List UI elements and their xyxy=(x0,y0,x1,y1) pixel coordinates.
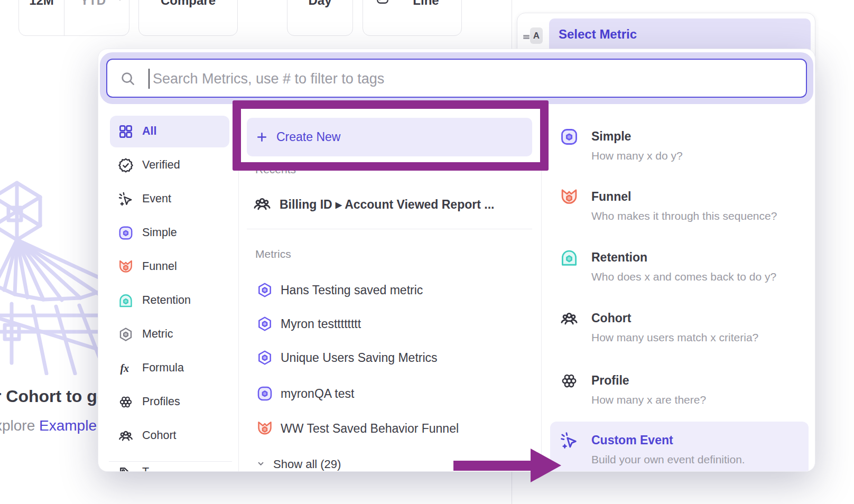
option-cohort-desc: How many users match x criteria? xyxy=(591,331,758,344)
day-label: Day xyxy=(287,0,352,8)
retention-icon xyxy=(560,248,579,267)
verified-badge-icon xyxy=(118,157,134,173)
metric-item[interactable]: myronQA test xyxy=(281,387,354,401)
cohort-people-icon xyxy=(560,309,579,328)
search-placeholder: Search Metrics, use # to filter to tags xyxy=(153,71,384,87)
event-cursor-icon xyxy=(118,191,134,207)
svg-text:fx: fx xyxy=(120,362,129,375)
empty-state-text: r Cohort to ge xplore Example R xyxy=(0,386,98,438)
sidebar-item-formula[interactable]: Formula xyxy=(142,361,184,375)
sidebar-item-retention[interactable]: Retention xyxy=(142,294,191,307)
option-custom-event[interactable]: Custom Event xyxy=(591,433,673,447)
metric-row-badge: A xyxy=(530,27,543,44)
date-range-control: 12M YTD xyxy=(18,0,129,36)
option-simple[interactable]: Simple xyxy=(591,129,631,144)
compare-button[interactable]: Compare xyxy=(138,0,238,36)
search-icon xyxy=(120,71,136,87)
formula-icon: fx xyxy=(118,360,134,376)
option-custom-event-desc: Build your own event definition. xyxy=(591,453,745,466)
option-simple-desc: How many x do y? xyxy=(591,150,683,162)
metric-item[interactable]: Unique Users Saving Metrics xyxy=(281,351,438,365)
cohort-people-icon xyxy=(118,428,134,444)
cohort-people-icon xyxy=(253,194,272,213)
sidebar-item-event[interactable]: Event xyxy=(142,192,171,206)
select-metric-label: Select Metric xyxy=(559,27,637,41)
sidebar-item-cohort[interactable]: Cohort xyxy=(142,429,177,442)
option-funnel-desc: Who makes it through this sequence? xyxy=(591,210,777,222)
compare-label: Compare xyxy=(139,0,237,8)
option-retention[interactable]: Retention xyxy=(591,250,647,265)
option-profile[interactable]: Profile xyxy=(591,374,629,388)
range-ytd-button[interactable]: YTD xyxy=(69,0,117,8)
profiles-cluster-icon xyxy=(560,371,579,390)
chevron-down-icon xyxy=(255,458,266,469)
sidebar-item-partial[interactable]: T xyxy=(142,465,149,472)
metric-item[interactable]: Myron testttttttt xyxy=(281,317,361,331)
simple-icon xyxy=(560,127,579,146)
option-cohort[interactable]: Cohort xyxy=(591,311,631,325)
line-label: Line xyxy=(397,0,455,8)
annotation-rectangle xyxy=(233,100,549,171)
funnel-icon xyxy=(118,259,134,275)
empty-state-title: r Cohort to ge xyxy=(0,387,98,406)
option-funnel[interactable]: Funnel xyxy=(591,190,631,204)
segment-divider xyxy=(64,0,64,35)
sidebar-item-profiles[interactable]: Profiles xyxy=(142,395,180,408)
recents-divider xyxy=(247,229,532,229)
page: r Cohort to ge xplore Example R 12M YTD … xyxy=(0,0,854,504)
recent-item-billing[interactable]: Billing ID ▸ Account Viewed Report ... xyxy=(280,198,494,212)
sidebar-item-simple[interactable]: Simple xyxy=(142,226,177,239)
funnel-icon xyxy=(560,188,579,207)
option-retention-desc: Who does x and comes back to do y? xyxy=(591,270,776,283)
show-all-button[interactable]: Show all (29) xyxy=(273,458,341,471)
retention-icon xyxy=(118,293,134,309)
metrics-header: Metrics xyxy=(255,248,291,260)
background-illustration xyxy=(0,177,108,375)
tag-icon xyxy=(118,465,134,472)
search-metrics-input[interactable]: Search Metrics, use # to filter to tags xyxy=(106,59,807,98)
sidebar-item-funnel[interactable]: Funnel xyxy=(142,260,177,273)
sidebar-section-divider xyxy=(109,461,232,462)
metric-item[interactable]: Hans Testing saved metric xyxy=(281,283,423,297)
sidebar-item-verified[interactable]: Verified xyxy=(142,158,180,172)
sidebar-item-all[interactable]: All xyxy=(142,125,156,138)
funnel-icon xyxy=(256,420,273,437)
metric-item[interactable]: WW Test Saved Behavior Funnel xyxy=(281,422,459,436)
granularity-day-button[interactable]: Day xyxy=(287,0,353,36)
metric-hexagon-icon xyxy=(118,326,134,342)
caret-down-icon xyxy=(116,0,124,4)
metric-hexagon-icon xyxy=(256,315,273,332)
chart-type-line-button[interactable]: Line xyxy=(363,0,462,36)
annotation-arrow xyxy=(450,445,564,486)
option-profile-desc: How many x are there? xyxy=(591,394,706,406)
empty-state-subtitle: xplore Example R xyxy=(0,417,98,434)
simple-icon xyxy=(256,385,273,402)
range-12m-button[interactable]: 12M xyxy=(19,0,64,8)
profiles-cluster-icon xyxy=(118,394,134,410)
simple-icon xyxy=(118,225,134,241)
metric-hexagon-icon xyxy=(256,282,273,298)
metric-hexagon-icon xyxy=(256,349,273,366)
example-reports-link[interactable]: Example R xyxy=(39,417,98,434)
line-chart-icon xyxy=(376,0,389,5)
empty-state-subtitle-gray: xplore xyxy=(0,417,35,434)
sidebar-item-metric[interactable]: Metric xyxy=(142,328,173,341)
text-cursor xyxy=(148,69,150,89)
grid-icon xyxy=(118,124,134,139)
